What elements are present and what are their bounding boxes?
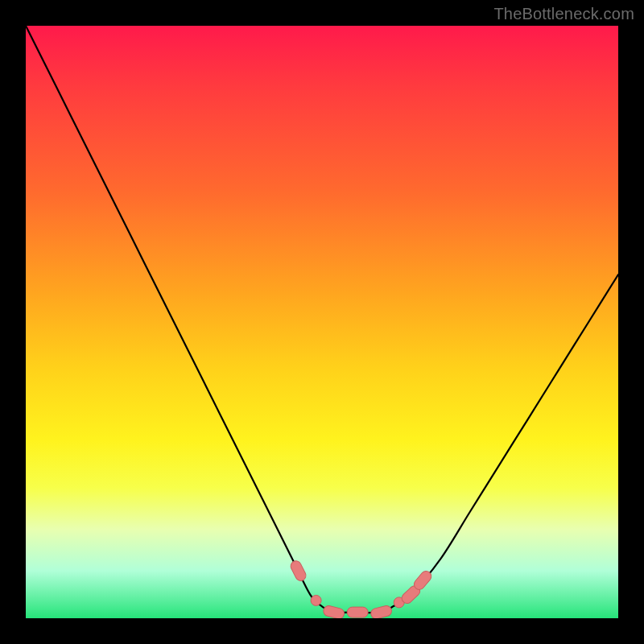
watermark-text: TheBottleneck.com xyxy=(493,5,634,23)
curve-path xyxy=(26,26,618,613)
marker-dot xyxy=(311,595,321,605)
marker-dot xyxy=(394,597,404,608)
marker-pill xyxy=(347,607,368,617)
marker-pill xyxy=(412,569,434,592)
markers-group xyxy=(289,559,433,618)
bottleneck-curve xyxy=(26,26,618,618)
marker-pill xyxy=(369,605,392,618)
marker-pill xyxy=(289,559,308,583)
marker-pill xyxy=(323,605,345,618)
marker-pill xyxy=(399,584,422,605)
chart-frame: TheBottleneck.com xyxy=(0,0,644,644)
plot-area xyxy=(26,26,618,618)
